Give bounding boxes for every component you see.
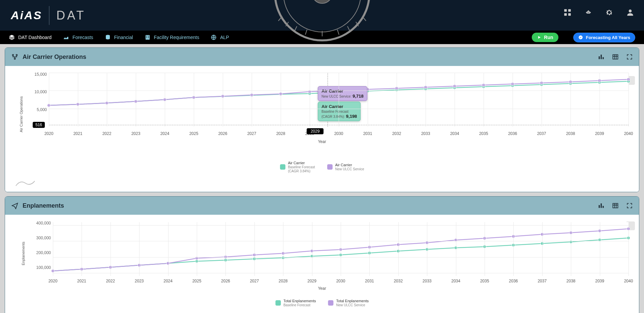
x-tick: 2033 [423,279,432,283]
x-axis-label: Year [318,286,326,291]
x-tick: 2023 [131,131,141,136]
svg-line-6 [295,26,297,31]
panel-title: Enplanements [23,202,590,209]
play-icon [537,35,541,39]
legend-item-baseline[interactable]: Air Carrier Baseline Forecast (CAGR 3.84… [280,161,315,173]
chart-navigator[interactable] [15,178,35,187]
svg-rect-78 [599,205,600,208]
svg-line-11 [356,22,359,26]
nav-financial[interactable]: Financial [105,34,133,40]
x-tick: 2038 [566,131,575,136]
x-tick: 2037 [538,279,547,283]
apps-icon[interactable] [563,8,572,17]
run-button[interactable]: Run [532,33,558,42]
y-tick: 300,000 [31,236,51,240]
x-tick: 2032 [392,131,401,136]
svg-rect-14 [568,9,571,12]
gear-icon[interactable] [605,8,614,17]
logo-divider [49,6,50,25]
panel-header: Enplanements [5,197,639,215]
forecast-all-label: Forecasting All Years [586,35,630,40]
legend-item-baseline[interactable]: Total Enplanements Baseline Forecast [275,299,316,307]
x-tick: 2039 [595,131,604,136]
y-tick: 100,000 [31,265,51,270]
legend-label: Total Enplanements [283,299,316,303]
x-tick: 2027 [250,279,259,283]
panel-air-carrier-operations: Air Carrier Operations Air Carrier Opera… [5,47,639,192]
svg-rect-31 [603,57,604,59]
tooltip-sub: Baseline Forecast [321,110,348,113]
nav-dashboard-label: DAT Dashboard [18,35,52,40]
svg-rect-81 [613,203,618,208]
x-tick: 2034 [451,279,460,283]
svg-rect-16 [568,13,571,16]
legend-swatch [328,300,334,306]
y-tick: 10,000 [27,90,47,94]
legend-sub: Baseline Forecast [288,165,315,169]
x-tick: 2020 [49,279,58,283]
x-tick: 2022 [106,279,115,283]
expand-icon[interactable] [626,54,633,60]
y-tick: 5,000 [27,107,47,112]
x-tick: 2036 [509,279,518,283]
y-tick: 15,000 [27,72,47,77]
chart-legend: Total Enplanements Baseline Forecast Tot… [275,299,369,307]
x-tick: 2030 [334,131,343,136]
legend-sub: Baseline Forecast [283,303,316,307]
nav-financial-label: Financial [114,35,133,40]
x-axis-label: Year [318,139,326,144]
tooltip-title: Air Carrier [321,89,364,94]
expand-icon[interactable] [626,202,633,209]
x-tick: 2031 [363,131,372,136]
table-icon[interactable] [612,202,619,209]
x-tick: 2040 [624,279,633,283]
forecast-all-button[interactable]: Forecasting All Years [573,33,635,42]
x-tick: 2036 [508,131,517,136]
svg-point-28 [14,58,16,60]
table-icon[interactable] [612,54,619,60]
nav-alp[interactable]: ALP [211,34,229,40]
chart-line-icon [63,34,69,40]
axis-baseline-tag: 516 [33,122,45,128]
tooltip-baseline: Air Carrier Baseline Forecast (CAGR 3.84… [318,102,361,121]
legend-item-ulcc[interactable]: Air Carrier New ULCC Service [327,161,364,173]
x-tick: 2028 [276,131,285,136]
globe-icon [211,34,217,40]
tooltip-value: 9,718 [352,94,364,99]
bar-chart-icon[interactable] [598,202,605,209]
nav-dashboard[interactable]: DAT Dashboard [9,34,52,40]
svg-point-26 [12,55,14,56]
legend-sub: New ULCC Service [336,303,369,307]
panel-body: Air Carrier Operations 15,000 10,000 5,0… [5,66,639,192]
x-tick: 2033 [421,131,430,136]
nav-facility-label: Facility Requirements [154,35,200,40]
database-icon [105,34,111,40]
y-axis-label: Enplanements [21,242,25,265]
tooltip-sub2: (CAGR 3.84%): [321,115,345,118]
bar-chart-icon[interactable] [598,54,605,60]
svg-rect-32 [613,55,618,59]
svg-rect-21 [148,36,149,37]
panel-enplanements: Enplanements Enplanements 400,000 300,00… [5,196,639,313]
logo-left: AiAS [11,9,42,22]
x-tick: 2020 [44,131,54,136]
x-tick: 2039 [595,279,604,283]
svg-line-12 [363,17,366,21]
y-tick: 200,000 [31,250,51,255]
handshake-icon[interactable] [584,8,593,17]
svg-point-1 [283,0,361,32]
x-tick: 2032 [394,279,403,283]
user-icon[interactable] [626,8,635,17]
panel-body: Enplanements 400,000 300,000 200,000 100… [5,215,639,313]
nav-forecasts[interactable]: Forecasts [63,34,93,40]
check-circle-icon [578,35,583,40]
hover-year-tag: 2029 [307,128,324,134]
chart-legend: Air Carrier Baseline Forecast (CAGR 3.84… [280,161,364,173]
header-toolbar [563,8,635,17]
tooltip-sub: New ULCC Service: [321,95,351,98]
send-icon [11,202,19,209]
x-tick: 2025 [192,279,202,283]
x-tick: 2026 [218,131,227,136]
legend-item-ulcc[interactable]: Total Enplanements New ULCC Service [328,299,369,307]
nav-facility[interactable]: Facility Requirements [145,34,200,40]
